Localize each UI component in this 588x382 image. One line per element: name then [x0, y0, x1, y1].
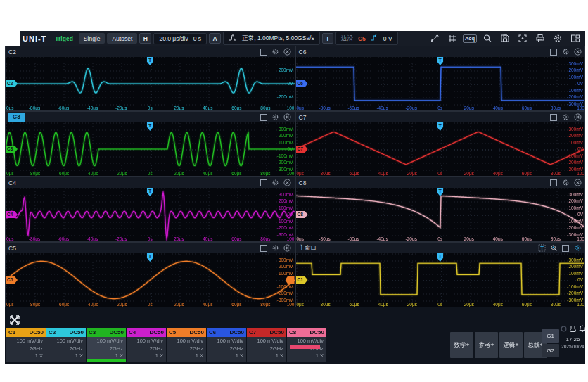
y-axis-label: -200mV [567, 95, 583, 100]
channel-id: C1 [8, 329, 15, 336]
x-axis-label: 40μs [203, 302, 212, 307]
footer-menu-button-0[interactable]: 数学+ [450, 332, 473, 358]
search-icon[interactable] [482, 34, 493, 44]
x-axis-label: 0s [148, 236, 153, 241]
x-axis-label: 40μs [493, 171, 503, 176]
channel-card-body: 100 mV/div2GHz1 X [167, 337, 206, 360]
top-toolbar: UNI-T Triged Single Autoset H 20.0 μs/di… [20, 31, 585, 46]
trigger-level: 0 V [383, 35, 392, 42]
zoom-icon[interactable] [549, 244, 558, 253]
x-axis-label: -60μs [347, 106, 359, 110]
coupling-label: DC50 [110, 329, 124, 336]
channel-card-c1[interactable]: C1DC50100 mV/div2GHz1 X [6, 328, 46, 362]
panel-title[interactable]: C3 [8, 113, 25, 122]
bell-icon[interactable] [579, 322, 586, 335]
x-axis-label: -80μs [29, 236, 40, 241]
trigger-marker-icon[interactable] [537, 244, 546, 253]
panel-settings-icon[interactable] [271, 48, 280, 56]
acq-icon[interactable]: Acq [464, 34, 475, 44]
record-icon[interactable] [561, 322, 567, 335]
x-axis-label: 100 [577, 171, 584, 176]
beaker-icon[interactable] [570, 322, 576, 335]
x-axis-label: 100 [287, 171, 295, 176]
corners-icon[interactable] [517, 34, 528, 44]
plot-area: TC3300mV200mV100mV0V-100mV-200mV-300mV0μ… [6, 122, 295, 176]
bandwidth-value: 2GHz [247, 345, 283, 353]
panel-settings-icon[interactable] [271, 179, 280, 187]
panel-close-icon[interactable] [283, 113, 292, 122]
save-icon[interactable] [499, 34, 511, 44]
acquire-settings[interactable]: 正常, 1.00MPts, 5.00GSa/s [223, 32, 320, 45]
plot-area: TC8300mV200mV100mV0V-100mV-200mV-300mV0μ… [296, 188, 585, 241]
x-axis-label: 40μs [203, 106, 212, 110]
gear-icon[interactable] [552, 34, 563, 44]
footer-menu-buttons: 数学+参考+逻辑+总线+ [450, 332, 547, 358]
panel-checkbox[interactable] [260, 113, 268, 122]
channel-card-c2[interactable]: C2DC50100 mV/div2GHz1 X [46, 328, 86, 362]
horizontal-settings[interactable]: 20.0 μs/div 0 s [153, 33, 207, 44]
panel-settings-icon[interactable] [561, 179, 570, 187]
channel-card-c4[interactable]: C4DC50100 mV/div2GHz1 X [127, 328, 166, 362]
g2-button[interactable]: G2 [542, 344, 559, 357]
panel-settings-icon[interactable] [271, 113, 280, 122]
y-axis-label: 200mV [279, 134, 293, 139]
panel-checkbox[interactable] [260, 48, 268, 56]
panel-checkbox[interactable] [549, 48, 558, 56]
panel-close-icon[interactable] [283, 244, 292, 253]
measure-icon[interactable] [429, 34, 440, 44]
footer-menu-button-1[interactable]: 参考+ [475, 332, 498, 358]
channel-id: C4 [129, 329, 136, 336]
scale-value: 100 mV/div [127, 338, 163, 345]
panel-settings-icon[interactable] [561, 48, 570, 56]
autoset-button[interactable]: Autoset [107, 33, 137, 44]
trigger-mode: 边沿 [341, 34, 353, 43]
y-axis-label: -200mV [567, 226, 583, 231]
x-axis-label: 40μs [493, 302, 503, 307]
bandwidth-value: 2GHz [6, 345, 43, 353]
panel-header: C5 [6, 243, 295, 253]
y-axis-label: 0V [577, 212, 583, 217]
channel-card-body: 100 mV/div2GHz1 X [247, 337, 286, 360]
y-axis-label: 0V [288, 147, 293, 152]
panel-close-icon[interactable] [283, 179, 292, 187]
channel-card-c3[interactable]: C3DC50100 mV/div2GHz1 X [87, 328, 126, 362]
trigger-settings[interactable]: 边沿 C5 0 V [335, 32, 398, 45]
arrange-windows-icon[interactable] [8, 314, 21, 326]
panel-checkbox[interactable] [260, 179, 268, 187]
x-axis-label: -60μs [58, 106, 69, 110]
y-axis-label: 100mV [568, 140, 583, 145]
footer-menu-button-2[interactable]: 逻辑+ [499, 332, 523, 358]
layout-icon[interactable] [570, 34, 581, 44]
panel-settings-icon[interactable] [271, 244, 280, 253]
single-button[interactable]: Single [79, 33, 106, 44]
x-axis-label: -20μs [115, 171, 127, 176]
panel-settings-icon[interactable] [561, 113, 570, 122]
channel-card-c6[interactable]: C6DC50100 mV/div2GHz1 X [207, 328, 246, 362]
panel-checkbox[interactable] [549, 113, 558, 122]
channel-card-c7[interactable]: C7DC50100 mV/div2GHz1 X [247, 328, 286, 362]
panel-settings-icon[interactable] [573, 244, 582, 253]
panel-title: C2 [8, 49, 16, 56]
printer-icon[interactable] [535, 34, 546, 44]
panel-close-icon[interactable] [573, 179, 582, 187]
channel-card-c8[interactable]: C8DC50100 mV/div2GHz1 X [287, 328, 326, 362]
x-axis-label: 100 [577, 236, 584, 241]
ruler-icon[interactable] [447, 34, 458, 44]
channel-card-c5[interactable]: C5DC50100 mV/div2GHz1 X [167, 328, 206, 362]
y-axis-label: 300mV [279, 127, 293, 132]
x-axis-label: -40μs [376, 236, 388, 241]
y-axis-label: 0V [288, 278, 293, 283]
x-axis-label: 0μs [6, 106, 14, 110]
panel-checkbox[interactable] [561, 244, 570, 253]
panel-header: C4 [6, 177, 295, 188]
plot-area: TC7300mV200mV100mV0V-100mV-200mV-300mV0μ… [296, 122, 585, 176]
panel-checkbox[interactable] [549, 179, 558, 187]
g1-button[interactable]: G1 [542, 329, 559, 343]
x-axis-label: 0s [437, 302, 442, 307]
panel-checkbox[interactable] [260, 244, 268, 253]
y-axis-label: 200mV [279, 199, 293, 204]
panel-close-icon[interactable] [283, 48, 292, 56]
plot-area: TC5300mV200mV100mV0V-100mV-200mV-300mV0μ… [6, 253, 295, 307]
panel-close-icon[interactable] [573, 48, 582, 56]
panel-close-icon[interactable] [573, 113, 582, 122]
